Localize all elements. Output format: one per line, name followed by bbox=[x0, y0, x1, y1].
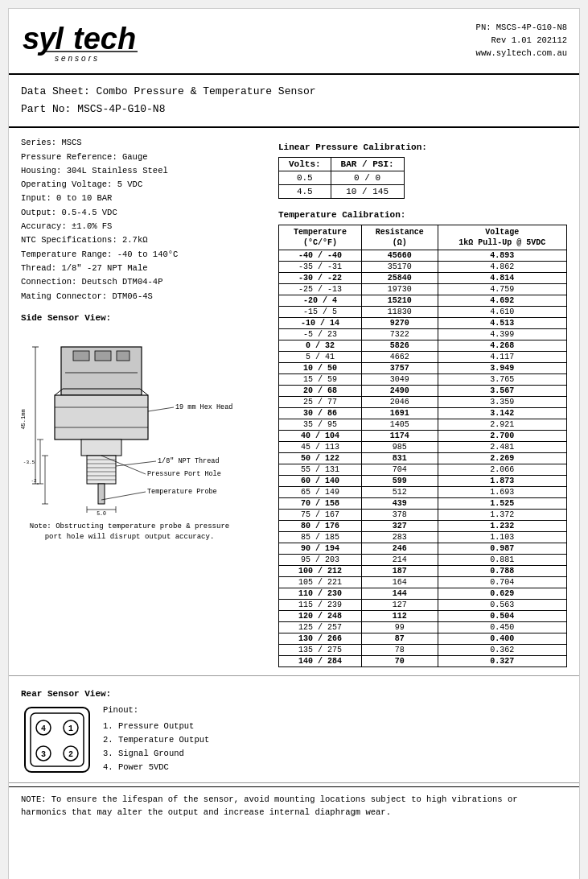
temp-cell: 2046 bbox=[361, 397, 438, 408]
temp-cell: 3.359 bbox=[438, 397, 567, 408]
temp-cell: 70 / 158 bbox=[279, 498, 362, 510]
pinout-item: 3. Signal Ground bbox=[103, 747, 209, 761]
temp-cell: 4.692 bbox=[438, 295, 567, 307]
svg-text:1/8" NPT Thread: 1/8" NPT Thread bbox=[158, 457, 220, 465]
temp-cell: 327 bbox=[361, 521, 438, 532]
temp-table-row: 40 / 10411742.700 bbox=[279, 431, 567, 442]
svg-line-46 bbox=[101, 492, 146, 500]
svg-text:2: 2 bbox=[68, 750, 73, 759]
temp-cell: 3.142 bbox=[438, 408, 567, 419]
temp-col-resistance: Resistance(Ω) bbox=[361, 225, 438, 250]
temp-cell: 120 / 248 bbox=[279, 611, 362, 622]
svg-rect-9 bbox=[73, 351, 89, 361]
temp-cell: -40 / -40 bbox=[279, 250, 362, 262]
pressure-calib-title: Linear Pressure Calibration: bbox=[278, 142, 567, 152]
temp-table-row: 55 / 1317042.066 bbox=[279, 464, 567, 476]
temp-cell: 4.759 bbox=[438, 284, 567, 295]
temp-cell: 1.103 bbox=[438, 532, 567, 543]
temp-cell: 40 / 104 bbox=[279, 431, 362, 442]
temp-cell: 115 / 239 bbox=[279, 600, 362, 611]
temp-cell: -5 / 23 bbox=[279, 329, 362, 340]
temp-cell: 135 / 275 bbox=[279, 645, 362, 656]
temp-col-voltage: Voltage1kΩ Pull-Up @ 5VDC bbox=[438, 225, 567, 250]
temp-cell: 831 bbox=[361, 453, 438, 464]
temp-cell: 164 bbox=[361, 577, 438, 588]
temp-table-row: -30 / -22258404.814 bbox=[279, 273, 567, 284]
header-info: PN: MSCS-4P-G10-N8 Rev 1.01 202112 www.s… bbox=[476, 22, 567, 60]
temp-table-row: 45 / 1139852.481 bbox=[279, 442, 567, 453]
pressure-col-bar: BAR / PSI: bbox=[331, 158, 404, 171]
temp-cell: 112 bbox=[361, 611, 438, 622]
temp-table-row: 105 / 2211640.704 bbox=[279, 577, 567, 588]
temp-table-row: 35 / 9514052.921 bbox=[279, 419, 567, 431]
temp-cell: 110 / 230 bbox=[279, 588, 362, 600]
temp-table-row: 70 / 1584391.525 bbox=[279, 498, 567, 510]
temp-table-row: 60 / 1405991.873 bbox=[279, 476, 567, 487]
sensor-view-title: Side Sensor View: bbox=[21, 313, 270, 323]
temp-table-row: 135 / 275780.362 bbox=[279, 645, 567, 656]
svg-rect-27 bbox=[98, 484, 105, 504]
temp-cell: 78 bbox=[361, 645, 438, 656]
temp-table-row: 125 / 257990.450 bbox=[279, 622, 567, 633]
right-column: Linear Pressure Calibration: Volts: BAR … bbox=[278, 136, 567, 667]
temp-cell: -30 / -22 bbox=[279, 273, 362, 284]
rear-view-title: Rear Sensor View: bbox=[21, 689, 278, 699]
temp-cell: 2.269 bbox=[438, 453, 567, 464]
temp-cell: 4.117 bbox=[438, 352, 567, 363]
rear-diagram: 4 1 3 2 Pinout: 1. Pressure Output2. Tem… bbox=[21, 704, 278, 776]
temp-table-row: 5 / 4146624.117 bbox=[279, 352, 567, 363]
temp-cell: 0.563 bbox=[438, 600, 567, 611]
spec-mating: Mating Connector: DTM06-4S bbox=[21, 290, 270, 303]
temp-table-row: 65 / 1495121.693 bbox=[279, 487, 567, 498]
temp-calib-title: Temperature Calibration: bbox=[278, 210, 567, 220]
svg-line-42 bbox=[116, 461, 156, 466]
temp-cell: 4.862 bbox=[438, 262, 567, 273]
temp-cell: 1.525 bbox=[438, 498, 567, 510]
temp-cell: 60 / 140 bbox=[279, 476, 362, 487]
temp-cell: 65 / 149 bbox=[279, 487, 362, 498]
svg-text:Pressure Port Hole: Pressure Port Hole bbox=[147, 470, 221, 478]
temp-cell: 187 bbox=[361, 566, 438, 577]
temp-cell: 45660 bbox=[361, 250, 438, 262]
temp-cell: 1691 bbox=[361, 408, 438, 419]
temp-cell: 45 / 113 bbox=[279, 442, 362, 453]
temp-table-row: 90 / 1942460.987 bbox=[279, 543, 567, 555]
temp-cell: 985 bbox=[361, 442, 438, 453]
temp-calib-section: Temperature Calibration: Temperature(°C/… bbox=[278, 210, 567, 667]
temp-cell: 25840 bbox=[361, 273, 438, 284]
rev-label: Rev 1.01 202112 bbox=[476, 35, 567, 47]
spec-input: Input: 0 to 10 BAR bbox=[21, 192, 270, 205]
temp-cell: 30 / 86 bbox=[279, 408, 362, 419]
temp-cell: 378 bbox=[361, 510, 438, 521]
temp-table-row: 15 / 5930493.765 bbox=[279, 374, 567, 386]
svg-text:-3.5: -3.5 bbox=[23, 460, 35, 465]
temp-cell: 2.921 bbox=[438, 419, 567, 431]
temp-table-row: 130 / 266870.400 bbox=[279, 633, 567, 645]
svg-rect-13 bbox=[55, 395, 148, 440]
temp-table-row: 50 / 1228312.269 bbox=[279, 453, 567, 464]
temp-cell: 35170 bbox=[361, 262, 438, 273]
temp-cell: 0.362 bbox=[438, 645, 567, 656]
temp-cell: 125 / 257 bbox=[279, 622, 362, 633]
temp-cell: 439 bbox=[361, 498, 438, 510]
temp-cell: 50 / 122 bbox=[279, 453, 362, 464]
temp-table-row: 100 / 2121870.788 bbox=[279, 566, 567, 577]
temp-table-row: -15 / 5118304.610 bbox=[279, 307, 567, 318]
temp-cell: 20 / 68 bbox=[279, 386, 362, 397]
temp-table-row: 80 / 1763271.232 bbox=[279, 521, 567, 532]
svg-text:syl: syl bbox=[23, 22, 64, 56]
main-content: Series: MSCS Pressure Reference: Gauge H… bbox=[9, 128, 579, 676]
temp-cell: 246 bbox=[361, 543, 438, 555]
temp-cell: 0.629 bbox=[438, 588, 567, 600]
temp-col-temp: Temperature(°C/°F) bbox=[279, 225, 362, 250]
temp-cell: 4.399 bbox=[438, 329, 567, 340]
pressure-table: Volts: BAR / PSI: 0.50 / 04.510 / 145 bbox=[278, 157, 405, 199]
header: syl tech sensors PN: MSCS-4P-G10-N8 Rev … bbox=[9, 9, 579, 75]
temp-table-row: 75 / 1673781.372 bbox=[279, 510, 567, 521]
temp-cell: 2.066 bbox=[438, 464, 567, 476]
left-column: Series: MSCS Pressure Reference: Gauge H… bbox=[21, 136, 278, 667]
page: syl tech sensors PN: MSCS-4P-G10-N8 Rev … bbox=[8, 8, 580, 879]
temp-cell: 0.987 bbox=[438, 543, 567, 555]
logo: syl tech sensors bbox=[21, 17, 150, 65]
temp-table-row: -40 / -40456604.893 bbox=[279, 250, 567, 262]
